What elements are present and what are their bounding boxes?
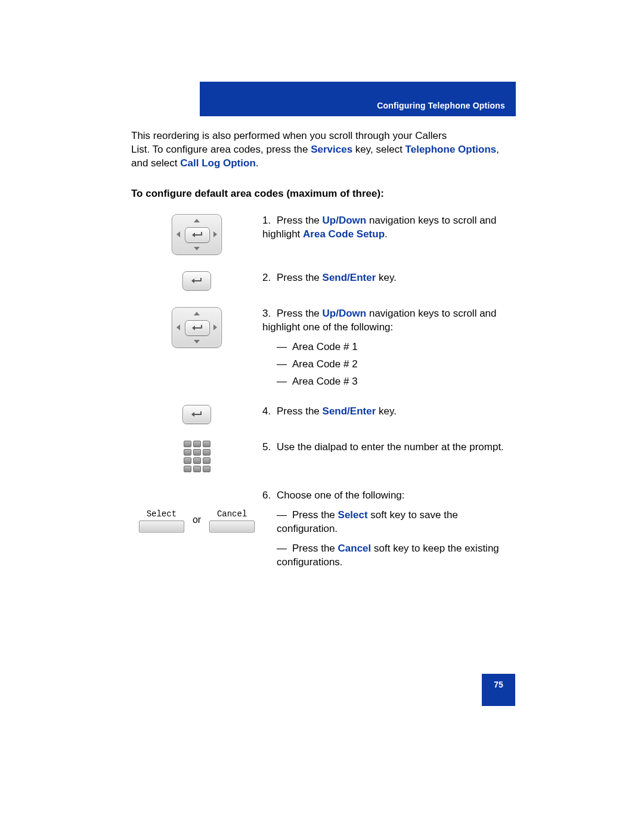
enter-button-icon — [182, 405, 211, 424]
step-3-text: 3.Press the Up/Down navigation keys to s… — [262, 307, 513, 389]
step-number: 5. — [262, 441, 277, 454]
intro-text: . — [256, 157, 259, 169]
option-text: Area Code # 1 — [292, 341, 358, 352]
services-key-label: Services — [311, 144, 352, 155]
send-enter-label: Send/Enter — [323, 405, 376, 417]
step-text: Press the — [292, 543, 338, 554]
step-text: . — [385, 228, 388, 240]
up-down-label: Up/Down — [323, 215, 367, 226]
step-6-text: 6.Choose one of the following: —Press th… — [262, 489, 513, 569]
step-text: key. — [376, 272, 397, 283]
step-number: 3. — [262, 307, 277, 321]
dialpad-icon — [184, 441, 210, 472]
intro-text: This reordering is also performed when y… — [131, 130, 447, 141]
step-5-icon-col — [131, 441, 262, 472]
step-2-text: 2.Press the Send/Enter key. — [262, 271, 513, 285]
step-1-row: 1.Press the Up/Down navigation keys to s… — [131, 214, 513, 255]
step-4-icon-col — [131, 405, 262, 424]
option-text: Area Code # 3 — [292, 376, 358, 387]
page-number: 75 — [494, 680, 503, 689]
header-title: Configuring Telephone Options — [377, 101, 505, 110]
nav-pad-icon — [172, 307, 222, 348]
step-3-icon-col — [131, 307, 262, 348]
step-text: key. — [376, 405, 397, 417]
option-text: Area Code # 2 — [292, 358, 358, 370]
step-4-row: 4.Press the Send/Enter key. — [131, 405, 513, 424]
send-enter-label: Send/Enter — [323, 272, 376, 283]
list-item: —Area Code # 3 — [262, 375, 513, 389]
softkeys-icon: Select or Cancel — [139, 509, 255, 532]
step-5-row: 5.Use the dialpad to enter the number at… — [131, 441, 513, 472]
step-number: 4. — [262, 405, 277, 419]
intro-text: List. To configure area codes, press the — [131, 144, 311, 155]
step-text: Press the — [277, 308, 323, 319]
list-item: —Area Code # 2 — [262, 358, 513, 371]
step-text: Press the — [277, 215, 323, 226]
steps-container: 1.Press the Up/Down navigation keys to s… — [131, 214, 513, 569]
step-6-row: Select or Cancel 6.Choose one of the fol… — [131, 489, 513, 569]
step-number: 6. — [262, 489, 277, 503]
list-item: —Press the Cancel soft key to keep the e… — [262, 542, 513, 569]
step-text: Press the — [277, 405, 323, 417]
area-code-setup-label: Area Code Setup — [303, 228, 385, 240]
step-2-row: 2.Press the Send/Enter key. — [131, 271, 513, 290]
select-softkey-icon: Select — [139, 509, 184, 532]
telephone-options-label: Telephone Options — [405, 144, 497, 155]
step-text: Press the — [277, 272, 323, 283]
intro-text: key, select — [352, 144, 405, 155]
select-label: Select — [338, 509, 368, 521]
call-log-option-label: Call Log Option — [180, 157, 256, 169]
step-number: 2. — [262, 271, 277, 285]
up-down-label: Up/Down — [323, 308, 367, 319]
cancel-softkey-icon: Cancel — [209, 509, 255, 532]
softkey-label: Cancel — [217, 509, 247, 519]
step-2-icon-col — [131, 271, 262, 290]
page-number-band: 75 — [482, 674, 515, 706]
or-text: or — [193, 515, 201, 528]
header-band: Configuring Telephone Options — [200, 82, 516, 116]
intro-paragraph: This reordering is also performed when y… — [131, 129, 513, 171]
nav-pad-icon — [172, 214, 222, 255]
step-1-icon-col — [131, 214, 262, 255]
section-heading: To configure default area codes (maximum… — [131, 187, 513, 201]
step-text: Press the — [292, 509, 338, 521]
list-item: —Area Code # 1 — [262, 340, 513, 354]
softkey-label: Select — [147, 509, 177, 519]
step-number: 1. — [262, 214, 277, 228]
enter-button-icon — [182, 271, 211, 290]
step-text: Choose one of the following: — [277, 490, 405, 501]
document-page: Configuring Telephone Options This reord… — [0, 0, 644, 833]
content-area: This reordering is also performed when y… — [131, 129, 513, 569]
cancel-label: Cancel — [338, 543, 371, 554]
list-item: —Press the Select soft key to save the c… — [262, 509, 513, 536]
step-5-text: 5.Use the dialpad to enter the number at… — [262, 441, 513, 454]
step-6-icon-col: Select or Cancel — [131, 509, 262, 532]
step-1-text: 1.Press the Up/Down navigation keys to s… — [262, 214, 513, 241]
step-text: Use the dialpad to enter the number at t… — [277, 441, 504, 453]
step-3-row: 3.Press the Up/Down navigation keys to s… — [131, 307, 513, 389]
step-4-text: 4.Press the Send/Enter key. — [262, 405, 513, 419]
